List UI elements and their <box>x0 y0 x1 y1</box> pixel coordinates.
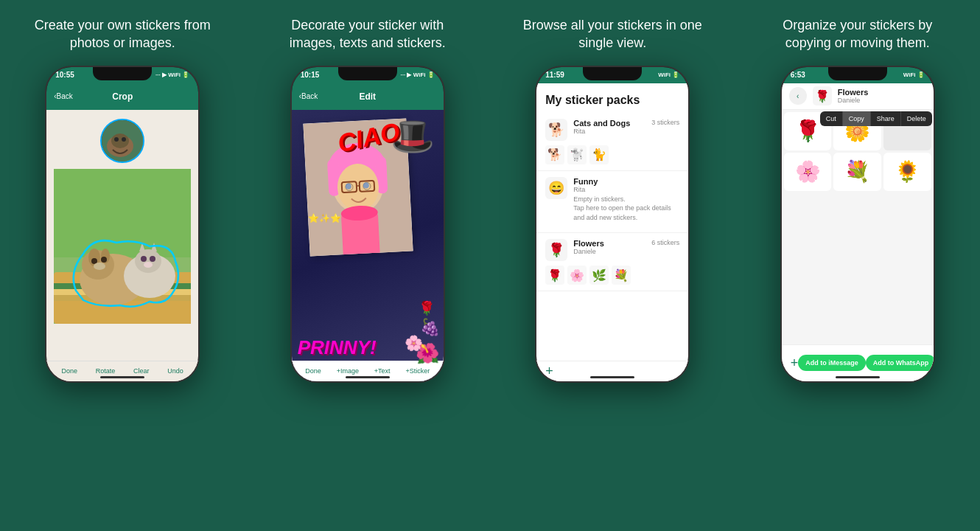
ctx-delete[interactable]: Delete <box>901 111 932 126</box>
phone-2: 10:15 ··· ▶ WiFi 🔋 ‹ Back Edit <box>290 66 445 383</box>
pack-header-2: 😄 Funny Rita Empty in stickers.Tap here … <box>545 177 679 223</box>
sticker-thumb-dog2: 🐩 <box>567 145 587 164</box>
svg-point-22 <box>141 256 147 262</box>
ctx-copy[interactable]: Copy <box>843 111 871 126</box>
panel-4-caption: Organize your stickers by copying or mov… <box>758 16 957 52</box>
pack-nav-name: Flowers <box>838 88 926 97</box>
panel-1-caption: Create your own stickers from photos or … <box>23 16 222 52</box>
ctx-cut[interactable]: Cut <box>820 111 843 126</box>
pack-name-2: Funny <box>573 177 679 186</box>
pack-stickers-3: 🌹 🌸 🌿 💐 <box>545 266 679 285</box>
sticker-thumb-flower1: 🌸 <box>567 266 587 285</box>
pack-item-cats-dogs[interactable]: 🐕 Cats and Dogs Rita 3 stickers 🐕 🐩 🐈 <box>536 113 688 171</box>
panel-1: Create your own stickers from photos or … <box>0 0 245 531</box>
sticker-cell-6[interactable]: 🌻 <box>883 153 931 191</box>
crop-circle <box>100 119 144 163</box>
ctx-share[interactable]: Share <box>871 111 901 126</box>
panel-3: Browse all your stickers in one single v… <box>490 0 735 531</box>
pack-name-1: Cats and Dogs <box>573 119 630 128</box>
clear-btn[interactable]: Clear <box>133 367 150 375</box>
pack-header-1: 🐕 Cats and Dogs Rita 3 stickers <box>545 119 679 141</box>
pack-count-3: 6 stickers <box>651 239 679 246</box>
pack-icon-large-4: 🌹 <box>813 86 832 105</box>
svg-point-23 <box>150 256 155 262</box>
status-time-3: 11:59 <box>545 71 564 79</box>
status-time-2: 10:15 <box>301 71 320 79</box>
sticker-cell-4[interactable]: 🌸 <box>784 153 832 191</box>
context-menu: Cut Copy Share Delete <box>820 111 932 126</box>
sticker-thumb-dog1: 🐕 <box>545 145 564 164</box>
pack-name-3: Flowers <box>573 239 604 248</box>
orange-flower-sticker: 🌸 <box>405 334 423 352</box>
pack-author-2: Rita <box>573 186 679 193</box>
pack-info-3: 🌹 Flowers Daniele <box>545 239 604 261</box>
pack-empty-text: Empty in stickers.Tap here to open the p… <box>573 195 679 223</box>
sticker-grid-wrapper: 🌹 🌼 🌸 💐 🌻 Cut Copy Share Delete <box>782 110 934 381</box>
nav-bar-1: ‹ Back Crop <box>46 83 198 110</box>
pack-stickers-1: 🐕 🐩 🐈 <box>545 145 679 164</box>
edit-canvas: CIAO 🎩 ⭐✨⭐ PRINNY! 🌺 🍇 🌸 🌹 Done +Image <box>292 110 444 381</box>
sticker-thumb-rose: 🌹 <box>545 266 564 285</box>
undo-btn[interactable]: Undo <box>167 367 183 375</box>
status-icons-2: ··· ▶ WiFi 🔋 <box>401 72 435 78</box>
home-indicator-4 <box>836 376 880 378</box>
phone-3: 11:59 WiFi 🔋 My sticker packs 🐕 Cats and… <box>535 66 690 383</box>
phone2-content: CIAO 🎩 ⭐✨⭐ PRINNY! 🌺 🍇 🌸 🌹 Done +Image <box>292 110 444 381</box>
pack-icon-3: 🌹 <box>545 239 567 261</box>
grapes-sticker: 🍇 <box>420 318 440 337</box>
pack-icon-2: 😄 <box>545 177 567 199</box>
svg-point-24 <box>144 262 153 268</box>
rotate-btn[interactable]: Rotate <box>96 367 116 375</box>
done-btn-2[interactable]: Done <box>305 367 321 375</box>
rose-sticker: 🌹 <box>419 300 435 316</box>
pack-text-info-2: Funny Rita Empty in stickers.Tap here to… <box>573 177 679 223</box>
panel-2: Decorate your sticker with images, texts… <box>245 0 491 531</box>
sticker-packs-title: My sticker packs <box>545 94 679 107</box>
add-imessage-button[interactable]: Add to iMessage <box>798 355 866 371</box>
nav-bar-2: ‹ Back Edit <box>292 83 444 110</box>
pack-text-info-3: Flowers Daniele <box>573 239 604 255</box>
phone-notch-2 <box>338 67 397 80</box>
phone-4: 6:53 WiFi 🔋 ‹ 🌹 Flowers Daniele 🌹 🌼 🌸 <box>780 66 935 383</box>
crop-circle-inner <box>102 120 143 162</box>
panel-4: Organize your stickers by copying or mov… <box>735 0 981 531</box>
add-pack-btn[interactable]: + <box>545 364 553 379</box>
svg-point-16 <box>101 257 107 263</box>
status-time-1: 10:55 <box>55 71 74 79</box>
sticker-thumb-flower2: 🌿 <box>589 266 609 285</box>
done-btn-1[interactable]: Done <box>62 367 78 375</box>
pack-count-1: 3 stickers <box>651 119 679 126</box>
svg-point-4 <box>122 137 126 142</box>
svg-point-2 <box>111 133 129 148</box>
status-icons-1: ··· ▶ WiFi 🔋 <box>155 72 189 78</box>
pack-author-1: Rita <box>573 128 630 135</box>
sticker-btn[interactable]: +Sticker <box>405 367 430 375</box>
panel-3-caption: Browse all your stickers in one single v… <box>513 16 712 52</box>
sticker-thumb-flower3: 💐 <box>612 266 631 285</box>
svg-point-3 <box>114 137 119 142</box>
pack-item-funny[interactable]: 😄 Funny Rita Empty in stickers.Tap here … <box>536 171 688 234</box>
sticker-thumb-cat1: 🐈 <box>589 145 609 164</box>
phone3-content: My sticker packs 🐕 Cats and Dogs Rita 3 … <box>536 83 688 381</box>
pack-author-3: Daniele <box>573 248 604 255</box>
pack-icon-1: 🐕 <box>545 119 567 141</box>
image-btn[interactable]: +Image <box>337 367 359 375</box>
pack-scroll[interactable]: My sticker packs 🐕 Cats and Dogs Rita 3 … <box>536 83 688 361</box>
sticker-packs-header: My sticker packs <box>536 83 688 113</box>
nav-back-1[interactable]: ‹ Back <box>54 92 73 100</box>
add-whatsapp-button[interactable]: Add to WhatsApp <box>866 355 934 371</box>
nav-title-1: Crop <box>112 91 133 102</box>
pack-item-flowers[interactable]: 🌹 Flowers Daniele 6 stickers 🌹 🌸 🌿 💐 <box>536 233 688 291</box>
svg-point-19 <box>135 249 161 273</box>
phone-notch-3 <box>583 67 642 80</box>
pack-info-1: 🐕 Cats and Dogs Rita <box>545 119 630 141</box>
text-btn[interactable]: +Text <box>374 367 391 375</box>
sticker-cell-5[interactable]: 💐 <box>833 153 881 191</box>
crop-image-area <box>54 169 191 361</box>
back-btn-4[interactable]: ‹ <box>789 87 807 105</box>
pack-nav-author: Daniele <box>838 97 926 104</box>
phone-notch-1 <box>93 67 152 80</box>
add-sticker-btn[interactable]: + <box>791 355 799 371</box>
nav-back-2[interactable]: ‹ Back <box>299 92 318 100</box>
status-icons-4: WiFi 🔋 <box>903 72 925 78</box>
